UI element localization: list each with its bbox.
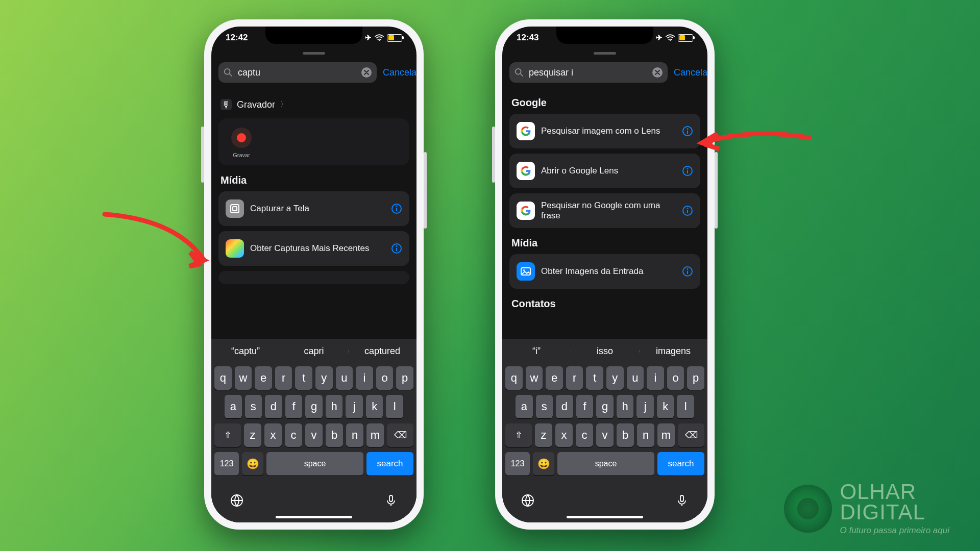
key-123[interactable]: 123	[505, 452, 530, 475]
key-u[interactable]: u	[336, 366, 353, 390]
key-n[interactable]: n	[637, 423, 654, 447]
key-x[interactable]: x	[264, 423, 282, 447]
key-a[interactable]: a	[225, 395, 242, 418]
search-input[interactable]	[237, 67, 357, 79]
key-i[interactable]: i	[647, 366, 664, 390]
key-j[interactable]: j	[636, 395, 654, 418]
key-q[interactable]: q	[505, 366, 523, 390]
key-t[interactable]: t	[295, 366, 312, 390]
clear-search-icon[interactable]	[361, 67, 372, 78]
action-pesquisar-lens[interactable]: Pesquisar imagem com o Lens	[509, 114, 700, 148]
action-google-frase[interactable]: Pesquisar no Google com uma frase	[509, 193, 700, 228]
key-emoji[interactable]: 😀	[533, 452, 554, 475]
search-input[interactable]	[528, 67, 648, 79]
key-w[interactable]: w	[526, 366, 543, 390]
key-n[interactable]: n	[346, 423, 363, 447]
key-o[interactable]: o	[376, 366, 394, 390]
key-z[interactable]: z	[535, 423, 552, 447]
key-f[interactable]: f	[285, 395, 303, 418]
key-i[interactable]: i	[356, 366, 373, 390]
info-icon[interactable]	[682, 165, 693, 177]
key-g[interactable]: g	[596, 395, 614, 418]
key-e[interactable]: e	[255, 366, 272, 390]
key-p[interactable]: p	[396, 366, 413, 390]
key-shift[interactable]: ⇧	[214, 423, 241, 447]
key-p[interactable]: p	[687, 366, 704, 390]
cancel-button[interactable]: Cancelar	[383, 67, 416, 78]
key-c[interactable]: c	[285, 423, 302, 447]
suggestion[interactable]: captured	[348, 346, 416, 357]
key-j[interactable]: j	[346, 395, 363, 418]
info-icon[interactable]	[391, 203, 402, 214]
info-icon[interactable]	[391, 243, 402, 254]
key-g[interactable]: g	[305, 395, 323, 418]
key-d[interactable]: d	[265, 395, 282, 418]
action-obter-imagens[interactable]: Obter Imagens da Entrada	[509, 254, 700, 289]
keyboard[interactable]: “captu” capri captured qwertyuiop asdfgh…	[211, 339, 416, 522]
key-r[interactable]: r	[566, 366, 583, 390]
key-backspace[interactable]: ⌫	[387, 423, 413, 447]
info-icon[interactable]	[682, 205, 693, 216]
action-abrir-lens[interactable]: Abrir o Google Lens	[509, 154, 700, 188]
key-search[interactable]: search	[366, 452, 413, 475]
info-icon[interactable]	[682, 126, 693, 137]
key-backspace[interactable]: ⌫	[678, 423, 704, 447]
keyboard-suggestions[interactable]: “captu” capri captured	[211, 339, 416, 363]
key-x[interactable]: x	[555, 423, 573, 447]
key-a[interactable]: a	[516, 395, 533, 418]
key-y[interactable]: y	[315, 366, 333, 390]
globe-icon[interactable]	[521, 493, 535, 508]
key-h[interactable]: h	[617, 395, 634, 418]
key-search[interactable]: search	[657, 452, 704, 475]
home-indicator[interactable]	[276, 516, 352, 518]
key-v[interactable]: v	[596, 423, 614, 447]
suggestion[interactable]: imagens	[639, 346, 707, 357]
key-r[interactable]: r	[275, 366, 292, 390]
key-o[interactable]: o	[667, 366, 684, 390]
action-capturar-tela[interactable]: Capturar a Tela	[218, 191, 409, 226]
key-space[interactable]: space	[266, 452, 363, 475]
record-button-icon[interactable]	[231, 128, 252, 148]
key-b[interactable]: b	[617, 423, 634, 447]
keyboard-suggestions[interactable]: “i” isso imagens	[502, 339, 707, 363]
key-e[interactable]: e	[546, 366, 563, 390]
suggestion[interactable]: capri	[280, 346, 348, 357]
search-box[interactable]	[218, 62, 377, 83]
sheet-grabber[interactable]	[303, 52, 325, 55]
clear-search-icon[interactable]	[652, 67, 663, 78]
key-space[interactable]: space	[557, 452, 654, 475]
mic-icon[interactable]	[675, 493, 689, 508]
key-b[interactable]: b	[326, 423, 343, 447]
key-u[interactable]: u	[627, 366, 644, 390]
key-shift[interactable]: ⇧	[505, 423, 532, 447]
key-m[interactable]: m	[657, 423, 675, 447]
key-w[interactable]: w	[235, 366, 252, 390]
key-m[interactable]: m	[366, 423, 384, 447]
key-s[interactable]: s	[245, 395, 262, 418]
key-y[interactable]: y	[606, 366, 624, 390]
key-d[interactable]: d	[556, 395, 573, 418]
keyboard[interactable]: “i” isso imagens qwertyuiop asdfghjkl ⇧	[502, 339, 707, 522]
key-k[interactable]: k	[366, 395, 383, 418]
key-l[interactable]: l	[386, 395, 403, 418]
globe-icon[interactable]	[230, 493, 244, 508]
key-c[interactable]: c	[576, 423, 593, 447]
key-123[interactable]: 123	[214, 452, 239, 475]
key-emoji[interactable]: 😀	[242, 452, 263, 475]
record-tile[interactable]: Gravar	[218, 118, 409, 165]
key-h[interactable]: h	[326, 395, 343, 418]
app-result-gravador[interactable]: 🎙 Gravador 〉	[220, 99, 287, 110]
key-s[interactable]: s	[536, 395, 553, 418]
key-z[interactable]: z	[244, 423, 261, 447]
key-q[interactable]: q	[214, 366, 232, 390]
suggestion[interactable]: “captu”	[211, 346, 280, 357]
info-icon[interactable]	[682, 266, 693, 277]
key-v[interactable]: v	[305, 423, 323, 447]
sheet-grabber[interactable]	[594, 52, 616, 55]
key-f[interactable]: f	[576, 395, 594, 418]
action-row-peek[interactable]	[218, 271, 409, 284]
suggestion[interactable]: “i”	[502, 346, 571, 357]
cancel-button[interactable]: Cancelar	[674, 67, 707, 78]
home-indicator[interactable]	[567, 516, 643, 518]
key-t[interactable]: t	[586, 366, 603, 390]
